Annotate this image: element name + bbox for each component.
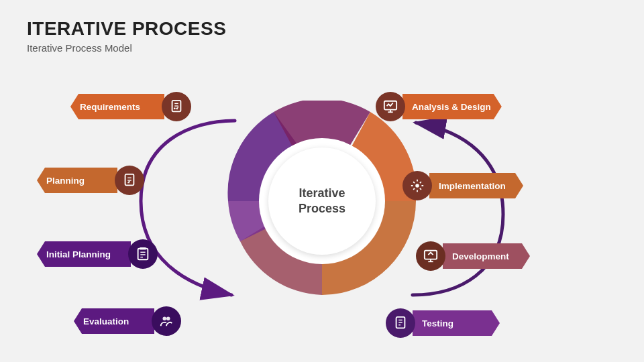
svg-rect-20 [138, 249, 148, 260]
svg-point-26 [166, 317, 170, 321]
requirements-icon [162, 92, 191, 121]
evaluation-label: Evaluation [74, 308, 154, 334]
subtitle: Iterative Process Model [27, 42, 617, 54]
analysis-design-icon [376, 92, 405, 121]
banner-development: Development [416, 241, 530, 271]
planning-label: Planning [37, 168, 117, 193]
requirements-label: Requirements [70, 94, 164, 119]
testing-label: Testing [413, 310, 500, 336]
center-circle: Iterative Process [268, 147, 376, 255]
development-label: Development [443, 243, 530, 269]
initial-planning-icon [128, 239, 158, 269]
title: ITERATIVE PROCESS [27, 19, 617, 40]
banner-analysis-design: Analysis & Design [376, 92, 502, 121]
svg-rect-24 [140, 247, 146, 250]
initial-planning-label: Initial Planning [37, 241, 131, 267]
banner-planning: Planning [37, 166, 144, 195]
evaluation-icon [152, 306, 181, 336]
banner-evaluation: Evaluation [74, 306, 181, 336]
testing-icon [386, 308, 415, 338]
banner-requirements: Requirements [70, 92, 191, 121]
svg-point-16 [174, 107, 176, 109]
diagram-area: Iterative Process Analysis & Design Impl… [0, 57, 644, 345]
planning-icon [115, 166, 144, 195]
svg-rect-17 [125, 174, 134, 186]
svg-point-25 [163, 317, 167, 321]
analysis-design-label: Analysis & Design [402, 94, 502, 119]
banner-testing: Testing [386, 308, 500, 338]
slide: ITERATIVE PROCESS Iterative Process Mode… [0, 0, 644, 362]
development-icon [416, 241, 445, 271]
banner-initial-planning: Initial Planning [37, 239, 158, 269]
banner-implementation: Implementation [402, 171, 523, 200]
implementation-label: Implementation [429, 173, 523, 198]
implementation-icon [402, 171, 432, 200]
center-line2: Process [299, 202, 345, 215]
center-line1: Iterative [299, 186, 345, 200]
svg-point-5 [415, 184, 419, 188]
